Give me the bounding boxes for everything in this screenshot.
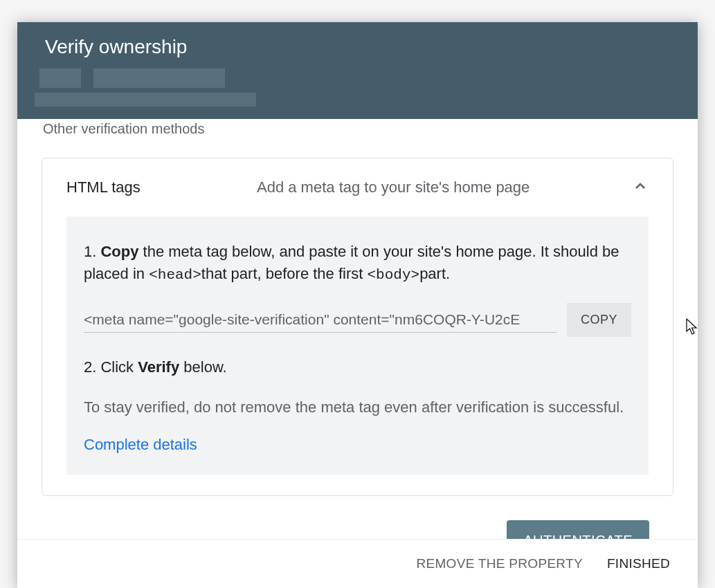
dialog-header: Verify ownership <box>17 22 698 119</box>
stay-verified-note: To stay verified, do not remove the meta… <box>84 396 631 419</box>
copy-button[interactable]: COPY <box>567 303 631 337</box>
dialog-body-scroll[interactable]: Other verification methods HTML tags Add… <box>17 119 698 539</box>
instruction-step-1: 1. Copy the meta tag below, and paste it… <box>84 241 631 286</box>
finished-button[interactable]: FINISHED <box>607 556 670 571</box>
chevron-up-icon <box>632 178 649 197</box>
method-description: Add a meta tag to your site's home page <box>257 178 632 196</box>
method-instructions: 1. Copy the meta tag below, and paste it… <box>66 217 649 475</box>
verify-ownership-dialog: Verify ownership Other verification meth… <box>17 22 698 588</box>
instruction-step-2: 2. Click Verify below. <box>84 356 631 378</box>
meta-tag-input[interactable] <box>84 307 556 333</box>
other-methods-label: Other verification methods <box>42 121 673 137</box>
remove-property-button[interactable]: REMOVE THE PROPERTY <box>416 556 582 571</box>
dialog-footer: REMOVE THE PROPERTY FINISHED <box>17 539 698 588</box>
meta-tag-row: COPY <box>84 303 631 337</box>
method-header-toggle[interactable]: HTML tags Add a meta tag to your site's … <box>42 158 673 217</box>
html-tags-method-card: HTML tags Add a meta tag to your site's … <box>42 158 673 496</box>
complete-details-link[interactable]: Complete details <box>84 436 197 453</box>
method-name: HTML tags <box>66 178 257 196</box>
dialog-title: Verify ownership <box>45 36 670 58</box>
authenticate-button[interactable]: AUTHENTICATE <box>507 520 649 539</box>
